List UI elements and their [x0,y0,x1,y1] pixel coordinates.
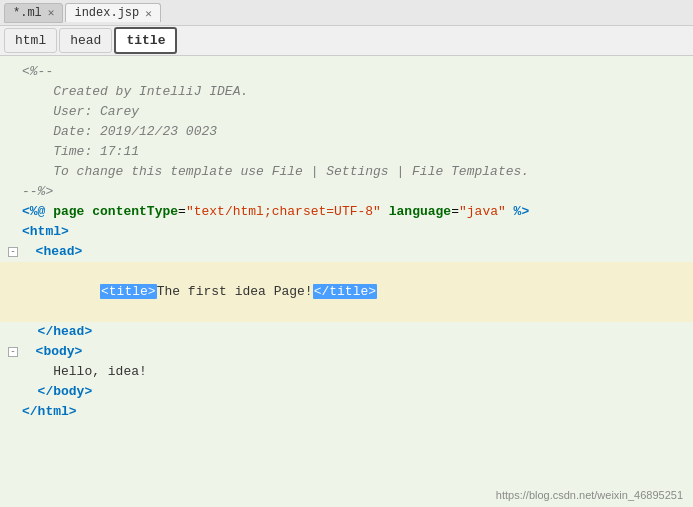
tab-ml[interactable]: *.ml ✕ [4,3,63,23]
code-line-14: Hello, idea! [0,362,693,382]
close-ml-icon[interactable]: ✕ [48,6,55,19]
close-jsp-icon[interactable]: ✕ [145,7,152,20]
fold-head-icon[interactable]: - [8,247,18,257]
breadcrumb-head[interactable]: head [59,28,112,53]
code-line-7: --%> [0,182,693,202]
watermark: https://blog.csdn.net/weixin_46895251 [496,489,683,501]
code-line-13: - <body> [0,342,693,362]
code-line-1: <%-- [0,62,693,82]
code-line-16: </html> [0,402,693,422]
code-line-6: To change this template use File | Setti… [0,162,693,182]
code-line-10: - <head> [0,242,693,262]
code-line-15: </body> [0,382,693,402]
code-line-3: User: Carey [0,102,693,122]
title-bar: *.ml ✕ index.jsp ✕ [0,0,693,26]
code-editor: <%-- Created by IntelliJ IDEA. User: Car… [0,56,693,507]
code-line-9: <html> [0,222,693,242]
code-line-12: </head> [0,322,693,342]
breadcrumb-title[interactable]: title [114,27,177,54]
fold-body-icon[interactable]: - [8,347,18,357]
code-line-2: Created by IntelliJ IDEA. [0,82,693,102]
breadcrumb-html[interactable]: html [4,28,57,53]
code-line-5: Time: 17:11 [0,142,693,162]
breadcrumb-bar: html head title [0,26,693,56]
code-line-11: <title>The first idea Page!</title> [0,262,693,322]
code-line-8: <%@ page contentType="text/html;charset=… [0,202,693,222]
tab-ml-label: *.ml [13,6,42,20]
tab-index-jsp[interactable]: index.jsp ✕ [65,3,160,22]
tab-index-jsp-label: index.jsp [74,6,139,20]
code-line-4: Date: 2019/12/23 0023 [0,122,693,142]
